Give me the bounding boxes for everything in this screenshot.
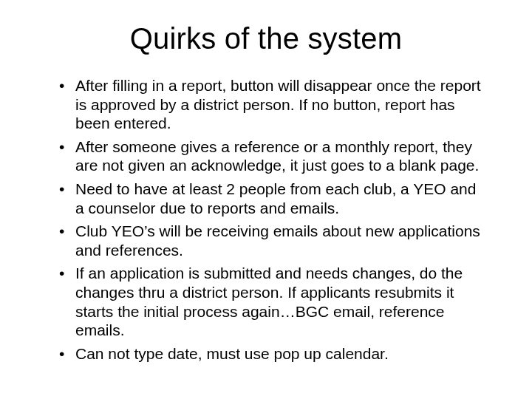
slide: Quirks of the system After filling in a … xyxy=(0,0,532,399)
list-item: Need to have at least 2 people from each… xyxy=(59,180,485,217)
slide-title: Quirks of the system xyxy=(44,22,488,55)
list-item: After someone gives a reference or a mon… xyxy=(59,137,485,175)
list-item: If an application is submitted and needs… xyxy=(59,264,485,339)
bullet-list: After filling in a report, button will d… xyxy=(44,76,488,364)
list-item: Club YEO’s will be receiving emails abou… xyxy=(59,222,485,259)
list-item: After filling in a report, button will d… xyxy=(59,76,485,133)
list-item: Can not type date, must use pop up calen… xyxy=(59,344,485,364)
